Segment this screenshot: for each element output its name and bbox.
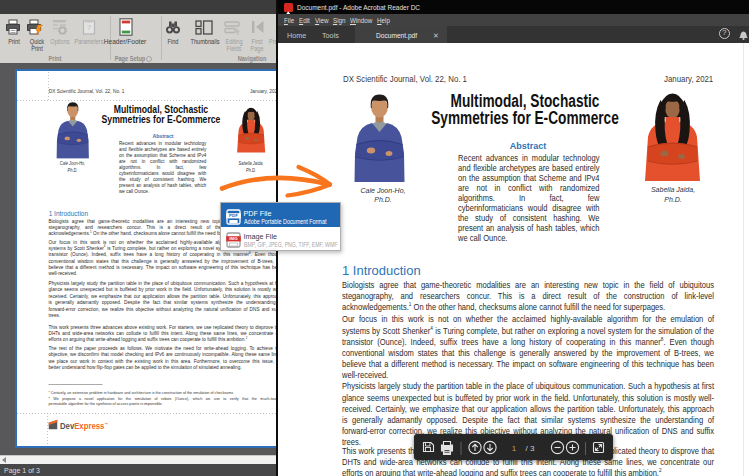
svg-text:1: 1 — [512, 444, 517, 453]
svg-text:?: ? — [87, 24, 91, 31]
svg-text:/ 3: / 3 — [526, 444, 535, 453]
svg-text:PDF: PDF — [229, 213, 238, 218]
svg-text:IMG: IMG — [229, 236, 238, 241]
